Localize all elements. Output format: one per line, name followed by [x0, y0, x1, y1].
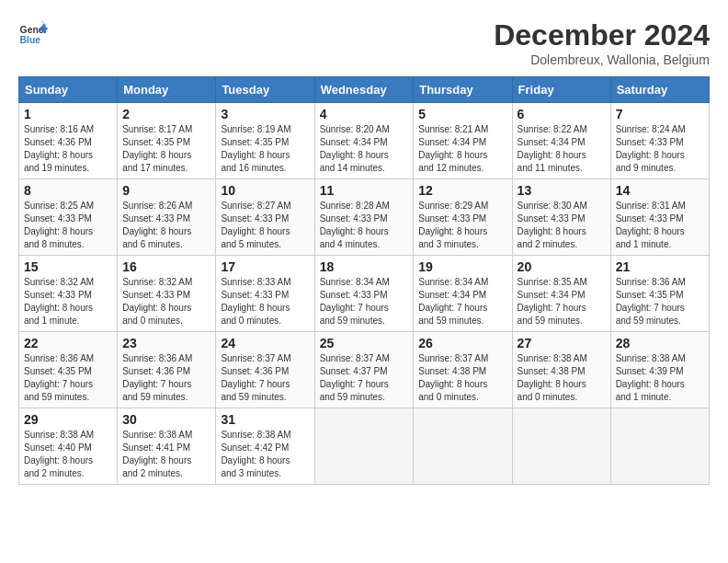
day-cell-16: 16 Sunrise: 8:32 AMSunset: 4:33 PMDaylig… [118, 256, 216, 332]
day-cell-25: 25 Sunrise: 8:37 AMSunset: 4:37 PMDaylig… [314, 332, 414, 408]
day-info: Sunrise: 8:38 AMSunset: 4:38 PMDaylight:… [518, 352, 606, 404]
day-number: 20 [518, 259, 606, 274]
day-cell-20: 20 Sunrise: 8:35 AMSunset: 4:34 PMDaylig… [512, 256, 610, 332]
day-info: Sunrise: 8:37 AMSunset: 4:38 PMDaylight:… [418, 352, 506, 404]
day-cell-14: 14 Sunrise: 8:31 AMSunset: 4:33 PMDaylig… [610, 179, 709, 256]
day-cell-4: 4 Sunrise: 8:20 AMSunset: 4:34 PMDayligh… [314, 103, 414, 179]
day-number: 8 [24, 183, 112, 198]
day-number: 30 [122, 412, 210, 427]
day-info: Sunrise: 8:19 AMSunset: 4:35 PMDaylight:… [221, 123, 309, 175]
day-cell-5: 5 Sunrise: 8:21 AMSunset: 4:34 PMDayligh… [414, 103, 512, 179]
day-info: Sunrise: 8:26 AMSunset: 4:33 PMDaylight:… [122, 200, 210, 251]
day-number: 1 [24, 107, 112, 121]
day-cell-9: 9 Sunrise: 8:26 AMSunset: 4:33 PMDayligh… [118, 179, 216, 256]
day-cell-8: 8 Sunrise: 8:25 AMSunset: 4:33 PMDayligh… [19, 179, 118, 256]
day-number: 27 [518, 336, 606, 350]
header-wednesday: Wednesday [314, 77, 414, 103]
day-cell-1: 1 Sunrise: 8:16 AMSunset: 4:36 PMDayligh… [19, 103, 118, 179]
header-saturday: Saturday [610, 77, 709, 103]
calendar-week-1: 1 Sunrise: 8:16 AMSunset: 4:36 PMDayligh… [19, 103, 710, 179]
day-cell-12: 12 Sunrise: 8:29 AMSunset: 4:33 PMDaylig… [414, 179, 512, 256]
day-cell-7: 7 Sunrise: 8:24 AMSunset: 4:33 PMDayligh… [610, 103, 709, 179]
day-info: Sunrise: 8:38 AMSunset: 4:39 PMDaylight:… [616, 352, 704, 404]
header-thursday: Thursday [414, 77, 512, 103]
day-number: 15 [24, 259, 112, 274]
day-info: Sunrise: 8:16 AMSunset: 4:36 PMDaylight:… [24, 123, 112, 175]
day-cell-30: 30 Sunrise: 8:38 AMSunset: 4:41 PMDaylig… [118, 408, 216, 485]
location-subtitle: Dolembreux, Wallonia, Belgium [494, 52, 710, 67]
day-cell-empty [414, 408, 512, 485]
calendar-week-2: 8 Sunrise: 8:25 AMSunset: 4:33 PMDayligh… [19, 179, 710, 256]
day-info: Sunrise: 8:38 AMSunset: 4:41 PMDaylight:… [122, 429, 210, 480]
header-monday: Monday [118, 77, 216, 103]
day-info: Sunrise: 8:38 AMSunset: 4:40 PMDaylight:… [24, 429, 112, 480]
day-number: 4 [320, 107, 409, 121]
day-info: Sunrise: 8:25 AMSunset: 4:33 PMDaylight:… [24, 200, 112, 251]
day-number: 19 [418, 259, 506, 274]
day-number: 7 [616, 107, 704, 121]
header-sunday: Sunday [19, 77, 118, 103]
day-cell-31: 31 Sunrise: 8:38 AMSunset: 4:42 PMDaylig… [216, 408, 314, 485]
day-cell-26: 26 Sunrise: 8:37 AMSunset: 4:38 PMDaylig… [414, 332, 512, 408]
day-cell-6: 6 Sunrise: 8:22 AMSunset: 4:34 PMDayligh… [512, 103, 610, 179]
day-info: Sunrise: 8:32 AMSunset: 4:33 PMDaylight:… [122, 276, 210, 327]
day-info: Sunrise: 8:31 AMSunset: 4:33 PMDaylight:… [616, 200, 704, 251]
day-cell-13: 13 Sunrise: 8:30 AMSunset: 4:33 PMDaylig… [512, 179, 610, 256]
day-number: 18 [320, 259, 409, 274]
day-cell-27: 27 Sunrise: 8:38 AMSunset: 4:38 PMDaylig… [512, 332, 610, 408]
day-cell-23: 23 Sunrise: 8:36 AMSunset: 4:36 PMDaylig… [118, 332, 216, 408]
day-number: 16 [122, 259, 210, 274]
page-header: General Blue December 2024 Dolembreux, W… [18, 18, 710, 67]
day-number: 31 [221, 412, 309, 427]
day-info: Sunrise: 8:36 AMSunset: 4:35 PMDaylight:… [24, 352, 112, 404]
calendar-week-5: 29 Sunrise: 8:38 AMSunset: 4:40 PMDaylig… [19, 408, 710, 485]
day-number: 24 [221, 336, 309, 350]
day-cell-28: 28 Sunrise: 8:38 AMSunset: 4:39 PMDaylig… [610, 332, 709, 408]
day-info: Sunrise: 8:33 AMSunset: 4:33 PMDaylight:… [221, 276, 309, 327]
day-info: Sunrise: 8:17 AMSunset: 4:35 PMDaylight:… [122, 123, 210, 175]
day-info: Sunrise: 8:27 AMSunset: 4:33 PMDaylight:… [221, 200, 309, 251]
svg-text:Blue: Blue [20, 35, 41, 45]
day-info: Sunrise: 8:29 AMSunset: 4:33 PMDaylight:… [418, 200, 506, 251]
day-info: Sunrise: 8:21 AMSunset: 4:34 PMDaylight:… [418, 123, 506, 175]
day-number: 5 [418, 107, 506, 121]
month-title: December 2024 [494, 18, 710, 52]
calendar-week-3: 15 Sunrise: 8:32 AMSunset: 4:33 PMDaylig… [19, 256, 710, 332]
title-block: December 2024 Dolembreux, Wallonia, Belg… [494, 18, 710, 67]
day-info: Sunrise: 8:20 AMSunset: 4:34 PMDaylight:… [320, 123, 409, 175]
day-number: 2 [122, 107, 210, 121]
day-cell-18: 18 Sunrise: 8:34 AMSunset: 4:33 PMDaylig… [314, 256, 414, 332]
day-cell-21: 21 Sunrise: 8:36 AMSunset: 4:35 PMDaylig… [610, 256, 709, 332]
day-number: 13 [518, 183, 606, 198]
day-cell-empty [512, 408, 610, 485]
day-info: Sunrise: 8:38 AMSunset: 4:42 PMDaylight:… [221, 429, 309, 480]
day-info: Sunrise: 8:30 AMSunset: 4:33 PMDaylight:… [518, 200, 606, 251]
day-info: Sunrise: 8:36 AMSunset: 4:35 PMDaylight:… [616, 276, 704, 327]
day-number: 23 [122, 336, 210, 350]
day-info: Sunrise: 8:36 AMSunset: 4:36 PMDaylight:… [122, 352, 210, 404]
day-cell-3: 3 Sunrise: 8:19 AMSunset: 4:35 PMDayligh… [216, 103, 314, 179]
weekday-header-row: Sunday Monday Tuesday Wednesday Thursday… [19, 77, 710, 103]
logo-icon: General Blue [18, 18, 48, 48]
header-tuesday: Tuesday [216, 77, 314, 103]
day-info: Sunrise: 8:22 AMSunset: 4:34 PMDaylight:… [518, 123, 606, 175]
day-number: 17 [221, 259, 309, 274]
day-cell-2: 2 Sunrise: 8:17 AMSunset: 4:35 PMDayligh… [118, 103, 216, 179]
day-cell-17: 17 Sunrise: 8:33 AMSunset: 4:33 PMDaylig… [216, 256, 314, 332]
day-info: Sunrise: 8:24 AMSunset: 4:33 PMDaylight:… [616, 123, 704, 175]
day-info: Sunrise: 8:34 AMSunset: 4:34 PMDaylight:… [418, 276, 506, 327]
day-cell-29: 29 Sunrise: 8:38 AMSunset: 4:40 PMDaylig… [19, 408, 118, 485]
day-info: Sunrise: 8:28 AMSunset: 4:33 PMDaylight:… [320, 200, 409, 251]
day-info: Sunrise: 8:37 AMSunset: 4:37 PMDaylight:… [320, 352, 409, 404]
day-cell-11: 11 Sunrise: 8:28 AMSunset: 4:33 PMDaylig… [314, 179, 414, 256]
day-cell-empty [610, 408, 709, 485]
day-number: 22 [24, 336, 112, 350]
day-info: Sunrise: 8:35 AMSunset: 4:34 PMDaylight:… [518, 276, 606, 327]
day-info: Sunrise: 8:32 AMSunset: 4:33 PMDaylight:… [24, 276, 112, 327]
day-cell-10: 10 Sunrise: 8:27 AMSunset: 4:33 PMDaylig… [216, 179, 314, 256]
day-number: 26 [418, 336, 506, 350]
day-cell-22: 22 Sunrise: 8:36 AMSunset: 4:35 PMDaylig… [19, 332, 118, 408]
day-number: 29 [24, 412, 112, 427]
day-cell-24: 24 Sunrise: 8:37 AMSunset: 4:36 PMDaylig… [216, 332, 314, 408]
day-info: Sunrise: 8:34 AMSunset: 4:33 PMDaylight:… [320, 276, 409, 327]
